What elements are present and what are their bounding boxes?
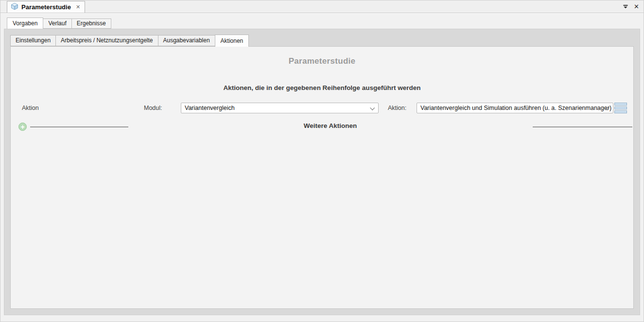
document-tab-close-icon[interactable]: ✕ — [76, 4, 80, 10]
tab-einstellungen[interactable]: Einstellungen — [10, 35, 56, 46]
tab-ausgabevariablen[interactable]: Ausgabevariablen — [158, 35, 215, 46]
tab-vorgaben[interactable]: Vorgaben — [7, 18, 43, 29]
module-select-value: Variantenvergleich — [185, 105, 235, 111]
app-window: Parameterstudie ✕ ✕ Vorgaben Verlauf Erg… — [0, 0, 644, 322]
dock-menu-icon[interactable] — [623, 4, 628, 9]
tab-aktionen-label: Aktionen — [221, 37, 244, 44]
reorder-bar — [614, 110, 627, 113]
titlebar-controls: ✕ — [623, 0, 639, 13]
titlebar: Parameterstudie ✕ ✕ — [0, 0, 644, 13]
more-actions-divider: + Weitere Aktionen — [11, 122, 633, 132]
cube-icon — [11, 2, 18, 12]
vorgaben-page: Einstellungen Arbeitspreis / Netznutzung… — [4, 29, 640, 315]
inner-tab-strip: Einstellungen Arbeitspreis / Netznutzung… — [10, 35, 248, 46]
tab-vorgaben-label: Vorgaben — [13, 20, 37, 27]
tab-ergebnisse-label: Ergebnisse — [77, 20, 106, 27]
tab-aktionen[interactable]: Aktionen — [215, 35, 249, 47]
tab-ergebnisse[interactable]: Ergebnisse — [71, 18, 111, 29]
document-tab[interactable]: Parameterstudie ✕ — [7, 1, 85, 13]
tab-verlauf-label: Verlauf — [48, 20, 66, 27]
tab-einstellungen-label: Einstellungen — [16, 37, 51, 44]
reorder-bar — [614, 103, 627, 106]
tab-verlauf[interactable]: Verlauf — [43, 18, 71, 29]
divider-line-right — [533, 126, 632, 127]
more-actions-label: Weitere Aktionen — [27, 122, 633, 129]
tab-arbeitspreis-label: Arbeitspreis / Netznutzungsentgelte — [61, 37, 153, 44]
actions-subtitle: Aktionen, die in der gegebenen Reihenfol… — [11, 84, 633, 91]
action-row: Aktion Modul: Variantenvergleich Aktion:… — [11, 103, 633, 114]
document-tab-title: Parameterstudie — [21, 3, 71, 11]
action-label: Aktion: — [388, 103, 406, 113]
plus-icon: + — [20, 124, 24, 130]
add-action-button[interactable]: + — [18, 123, 27, 131]
tab-ausgabevariablen-label: Ausgabevariablen — [163, 37, 210, 44]
aktionen-panel: Parameterstudie Aktionen, die in der geg… — [10, 46, 634, 309]
page-title: Parameterstudie — [11, 56, 633, 66]
action-select[interactable]: Variantenvergleich und Simulation ausfüh… — [417, 103, 613, 113]
reorder-bars-icon[interactable] — [614, 103, 627, 113]
window-close-icon[interactable]: ✕ — [634, 3, 639, 10]
reorder-bar — [614, 107, 627, 109]
tab-arbeitspreis[interactable]: Arbeitspreis / Netznutzungsentgelte — [55, 35, 158, 46]
action-select-value: Variantenvergleich und Simulation ausfüh… — [420, 105, 611, 111]
action-row-label: Aktion — [22, 103, 39, 113]
module-select[interactable]: Variantenvergleich — [181, 103, 379, 113]
titlebar-separator — [0, 13, 644, 14]
outer-tab-strip: Vorgaben Verlauf Ergebnisse — [7, 18, 644, 29]
module-label: Modul: — [144, 103, 162, 113]
chevron-down-icon — [370, 106, 375, 110]
